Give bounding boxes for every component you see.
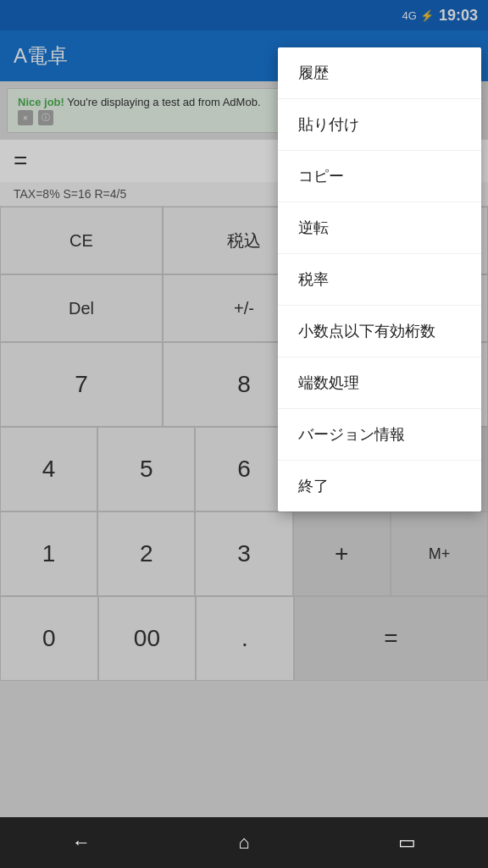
- menu-item-exit[interactable]: 終了: [278, 461, 481, 511]
- menu-item-rounding[interactable]: 端数処理: [278, 357, 481, 409]
- recent-button[interactable]: ▭: [381, 826, 432, 860]
- bottom-nav: ← ⌂ ▭: [0, 817, 488, 868]
- menu-item-decimal[interactable]: 小数点以下有効桁数: [278, 306, 481, 357]
- dropdown-menu: 履歴 貼り付け コピー 逆転 税率 小数点以下有効桁数 端数処理 バージョン情報…: [278, 47, 481, 511]
- menu-item-version[interactable]: バージョン情報: [278, 409, 481, 461]
- menu-item-taxrate[interactable]: 税率: [278, 254, 481, 306]
- menu-item-history[interactable]: 履歴: [278, 47, 481, 99]
- menu-item-reverse[interactable]: 逆転: [278, 202, 481, 254]
- home-button[interactable]: ⌂: [219, 826, 269, 860]
- menu-item-copy[interactable]: コピー: [278, 151, 481, 202]
- back-button[interactable]: ←: [56, 826, 107, 860]
- menu-item-paste[interactable]: 貼り付け: [278, 99, 481, 151]
